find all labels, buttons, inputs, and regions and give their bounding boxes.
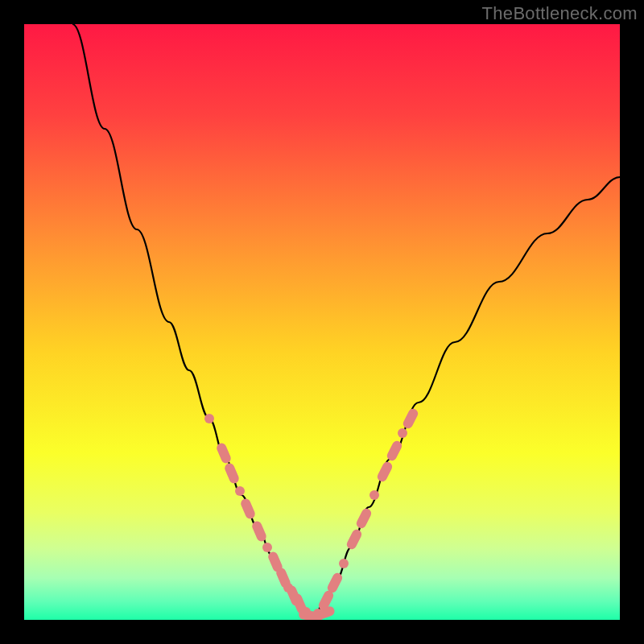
marker-pill bbox=[250, 520, 267, 543]
marker-pill bbox=[223, 462, 240, 485]
watermark-text: TheBottleneck.com bbox=[482, 3, 638, 24]
marker-pill bbox=[345, 528, 363, 551]
marker-pill bbox=[402, 407, 419, 431]
marker-dot bbox=[369, 490, 379, 500]
marker-pill bbox=[355, 507, 373, 530]
curve-left-branch bbox=[72, 24, 312, 620]
marker-pill bbox=[239, 497, 256, 521]
marker-dot bbox=[339, 559, 349, 568]
curve-layer bbox=[24, 24, 620, 620]
marker-pill bbox=[215, 442, 232, 465]
curve-right-branch bbox=[312, 177, 620, 620]
marker-dot bbox=[262, 543, 272, 552]
marker-dot bbox=[235, 486, 245, 496]
marker-dot bbox=[398, 428, 407, 438]
markers-group bbox=[204, 407, 419, 620]
outer-frame: TheBottleneck.com bbox=[0, 0, 644, 644]
marker-dot bbox=[204, 414, 214, 423]
plot-area bbox=[24, 24, 620, 620]
marker-pill bbox=[376, 460, 394, 484]
